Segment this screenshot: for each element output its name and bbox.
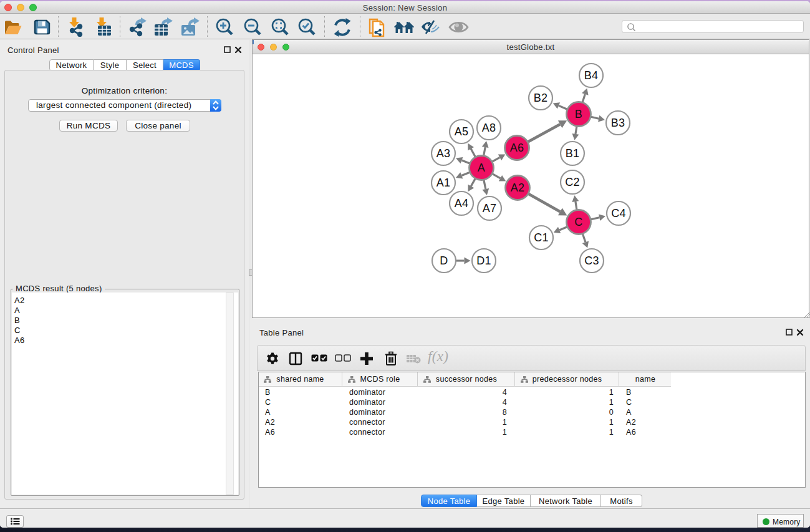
svg-text:C3: C3 [584,254,599,267]
svg-text:B3: B3 [611,117,625,129]
svg-text:B1: B1 [566,147,580,160]
svg-text:C: C [574,216,582,228]
svg-text:A: A [478,162,485,174]
svg-text:C1: C1 [534,231,549,244]
svg-text:A7: A7 [483,202,497,215]
svg-text:A2: A2 [511,181,525,194]
svg-text:A1: A1 [436,177,451,189]
svg-text:B4: B4 [584,69,599,82]
svg-text:D1: D1 [476,254,491,267]
svg-text:B: B [575,108,582,120]
svg-text:A8: A8 [482,122,496,134]
svg-text:C2: C2 [565,176,580,188]
svg-text:A3: A3 [436,147,451,160]
svg-text:B2: B2 [534,92,548,104]
svg-text:A5: A5 [455,125,469,138]
svg-text:A4: A4 [455,197,469,210]
svg-text:A6: A6 [510,142,524,154]
svg-text:D: D [440,254,448,267]
svg-text:C4: C4 [611,207,626,220]
